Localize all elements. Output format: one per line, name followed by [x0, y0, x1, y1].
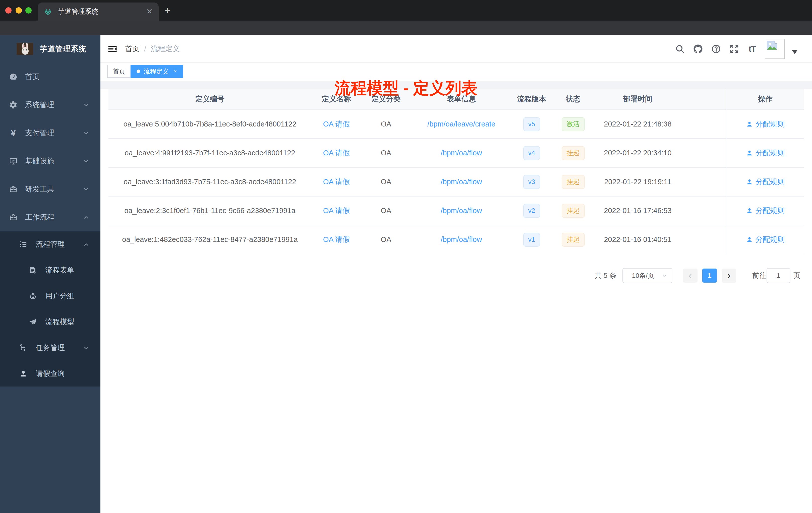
user-avatar[interactable] — [765, 39, 785, 59]
chevron-down-icon — [83, 344, 89, 351]
cell-definition-id: oa_leave:3:1fad3d93-7b75-11ec-a3c8-acde4… — [109, 178, 311, 186]
chevron-up-icon — [83, 214, 89, 221]
search-icon[interactable] — [674, 43, 686, 55]
sidebar-item-workflow[interactable]: 工作流程 — [0, 203, 100, 232]
avatar-dropdown-caret-icon[interactable] — [792, 50, 798, 54]
sidebar-item-process-model[interactable]: 流程模型 — [0, 309, 100, 335]
cell-category: OA — [361, 207, 410, 215]
robot-icon — [29, 292, 37, 300]
assign-rule-link[interactable]: 分配规则 — [746, 119, 785, 129]
browser-tab[interactable]: 芋道管理系统 ✕ — [38, 2, 159, 21]
tag-home[interactable]: 首页 — [107, 65, 131, 78]
yen-icon: ¥ — [9, 129, 18, 137]
sidebar-item-process-management[interactable]: 流程管理 — [0, 232, 100, 257]
app-navbar: 首页 / 流程定义 tT — [100, 35, 812, 63]
pagination-total: 共 5 条 — [594, 268, 616, 283]
current-page-button[interactable]: 1 — [702, 269, 717, 282]
macos-zoom-button[interactable] — [25, 7, 32, 13]
column-header-version: 流程版本 — [512, 94, 551, 104]
sidebar-item-home[interactable]: 首页 — [0, 63, 100, 91]
assign-rule-link[interactable]: 分配规则 — [746, 177, 785, 187]
new-tab-button[interactable]: + — [165, 5, 170, 15]
definition-name-link[interactable]: OA 请假 — [323, 177, 350, 187]
assign-rule-link[interactable]: 分配规则 — [746, 235, 785, 245]
gear-icon — [9, 101, 18, 109]
cell-category: OA — [361, 149, 410, 157]
list-tree-icon — [19, 240, 28, 249]
sidebar-item-task-management[interactable]: 任务管理 — [0, 335, 100, 361]
definition-name-link[interactable]: OA 请假 — [323, 119, 350, 129]
breadcrumb-separator: / — [144, 45, 146, 53]
definition-name-link[interactable]: OA 请假 — [323, 235, 350, 245]
document-edit-icon — [29, 266, 37, 275]
assign-rule-link[interactable]: 分配规则 — [746, 148, 785, 158]
status-badge: 挂起 — [562, 146, 585, 160]
prev-page-button[interactable]: ‹ — [683, 269, 697, 282]
breadcrumb-home[interactable]: 首页 — [125, 44, 140, 54]
logo-avatar — [17, 43, 33, 55]
sidebar-logo[interactable]: 芋道管理系统 — [0, 35, 100, 63]
sidebar-item-label: 工作流程 — [25, 212, 54, 222]
definition-name-link[interactable]: OA 请假 — [323, 148, 350, 158]
status-badge: 挂起 — [562, 175, 585, 189]
macos-close-button[interactable] — [5, 7, 11, 13]
workflow-submenu: 流程管理 流程表单 用户分组 流程模型 — [0, 232, 100, 387]
macos-minimize-button[interactable] — [16, 7, 22, 13]
browser-tab-strip: 芋道管理系统 ✕ + — [0, 0, 812, 21]
sidebar-item-leave-query[interactable]: 请假查询 — [0, 361, 100, 387]
dashboard-icon — [9, 72, 18, 81]
form-link[interactable]: /bpm/oa/flow — [441, 235, 482, 244]
chevron-down-icon — [83, 158, 89, 164]
org-tree-icon — [19, 343, 28, 352]
table-row: oa_leave:5:004b710b-7b8a-11ec-8ef0-acde4… — [109, 110, 804, 139]
table-row: oa_leave:1:482ec033-762a-11ec-8477-a2380… — [109, 225, 804, 254]
tag-close-icon[interactable]: × — [174, 68, 177, 74]
breadcrumb: 首页 / 流程定义 — [125, 35, 180, 63]
chevron-down-icon — [83, 130, 89, 136]
tag-label: 流程定义 — [144, 67, 169, 76]
logo-title: 芋道管理系统 — [40, 44, 86, 54]
goto-page-input[interactable]: 1 — [766, 268, 790, 283]
version-badge: v4 — [523, 146, 540, 160]
help-icon[interactable] — [710, 43, 722, 55]
sidebar-item-label: 流程模型 — [45, 317, 74, 327]
sidebar-item-infrastructure[interactable]: 基础设施 — [0, 147, 100, 175]
column-header-deploy-time: 部署时间 — [595, 94, 680, 104]
next-page-button[interactable]: › — [722, 269, 736, 282]
form-link[interactable]: /bpm/oa/flow — [441, 178, 482, 186]
form-link[interactable]: /bpm/oa/flow — [441, 149, 482, 157]
browser-toolbar: 不安全 dashboard.yudao.iocoder.cn/bpm/manag… — [0, 21, 812, 35]
sidebar-item-user-group[interactable]: 用户分组 — [0, 283, 100, 309]
version-badge: v3 — [523, 175, 540, 189]
sidebar-item-label: 系统管理 — [25, 100, 54, 110]
tab-close-icon[interactable]: ✕ — [146, 8, 153, 15]
status-badge: 挂起 — [562, 233, 585, 247]
cell-deploy-time: 2022-01-16 01:40:51 — [595, 235, 680, 244]
sidebar-item-label: 任务管理 — [36, 343, 65, 353]
sidebar-item-payment[interactable]: ¥ 支付管理 — [0, 119, 100, 147]
assign-rule-link[interactable]: 分配规则 — [746, 206, 785, 216]
user-icon — [19, 369, 28, 378]
fullscreen-icon[interactable] — [729, 43, 740, 55]
github-icon[interactable] — [693, 43, 703, 55]
page-size-select[interactable]: 10条/页 — [622, 268, 672, 283]
status-badge: 激活 — [562, 117, 585, 131]
form-link[interactable]: /bpm/oa/flow — [441, 207, 482, 215]
sidebar-item-system[interactable]: 系统管理 — [0, 91, 100, 119]
form-link[interactable]: /bpm/oa/leave/create — [427, 120, 495, 128]
sidebar-item-label: 研发工具 — [25, 184, 54, 194]
column-header-id: 定义编号 — [109, 94, 311, 104]
sidebar-item-label: 基础设施 — [25, 156, 54, 166]
tag-process-definition[interactable]: 流程定义 × — [130, 65, 183, 78]
sidebar-item-dev-tools[interactable]: 研发工具 — [0, 175, 100, 203]
font-size-icon[interactable]: tT — [747, 43, 758, 55]
column-header-actions: 操作 — [727, 94, 804, 104]
fixed-column-divider — [727, 89, 727, 255]
broken-image-icon — [767, 41, 777, 50]
definition-name-link[interactable]: OA 请假 — [323, 206, 350, 216]
sidebar-item-process-form[interactable]: 流程表单 — [0, 257, 100, 283]
cell-definition-id: oa_leave:1:482ec033-762a-11ec-8477-a2380… — [109, 235, 311, 244]
assign-rule-label: 分配规则 — [755, 177, 785, 187]
sidebar-toggle-icon[interactable] — [107, 43, 118, 55]
column-header-status: 状态 — [551, 94, 595, 104]
